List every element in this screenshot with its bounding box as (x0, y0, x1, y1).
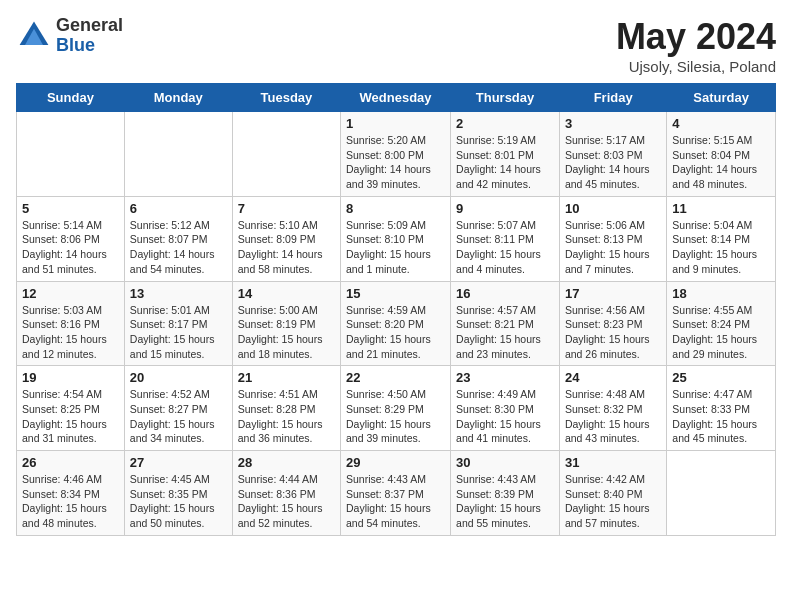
day-info: Sunrise: 4:54 AM Sunset: 8:25 PM Dayligh… (22, 387, 119, 446)
calendar-cell: 11Sunrise: 5:04 AM Sunset: 8:14 PM Dayli… (667, 196, 776, 281)
day-info: Sunrise: 4:59 AM Sunset: 8:20 PM Dayligh… (346, 303, 445, 362)
week-row-2: 5Sunrise: 5:14 AM Sunset: 8:06 PM Daylig… (17, 196, 776, 281)
calendar-cell: 29Sunrise: 4:43 AM Sunset: 8:37 PM Dayli… (341, 451, 451, 536)
day-number: 28 (238, 455, 335, 470)
day-info: Sunrise: 4:52 AM Sunset: 8:27 PM Dayligh… (130, 387, 227, 446)
calendar-cell: 8Sunrise: 5:09 AM Sunset: 8:10 PM Daylig… (341, 196, 451, 281)
day-number: 1 (346, 116, 445, 131)
calendar-cell: 3Sunrise: 5:17 AM Sunset: 8:03 PM Daylig… (559, 112, 666, 197)
page-header: General Blue May 2024 Ujsoly, Silesia, P… (16, 16, 776, 75)
calendar-cell: 21Sunrise: 4:51 AM Sunset: 8:28 PM Dayli… (232, 366, 340, 451)
calendar-cell: 25Sunrise: 4:47 AM Sunset: 8:33 PM Dayli… (667, 366, 776, 451)
day-info: Sunrise: 5:03 AM Sunset: 8:16 PM Dayligh… (22, 303, 119, 362)
calendar-cell: 2Sunrise: 5:19 AM Sunset: 8:01 PM Daylig… (451, 112, 560, 197)
calendar-cell: 23Sunrise: 4:49 AM Sunset: 8:30 PM Dayli… (451, 366, 560, 451)
day-number: 14 (238, 286, 335, 301)
day-number: 22 (346, 370, 445, 385)
day-info: Sunrise: 4:45 AM Sunset: 8:35 PM Dayligh… (130, 472, 227, 531)
calendar-cell: 22Sunrise: 4:50 AM Sunset: 8:29 PM Dayli… (341, 366, 451, 451)
day-header-thursday: Thursday (451, 84, 560, 112)
day-info: Sunrise: 5:20 AM Sunset: 8:00 PM Dayligh… (346, 133, 445, 192)
day-info: Sunrise: 5:09 AM Sunset: 8:10 PM Dayligh… (346, 218, 445, 277)
calendar-cell: 15Sunrise: 4:59 AM Sunset: 8:20 PM Dayli… (341, 281, 451, 366)
day-header-friday: Friday (559, 84, 666, 112)
calendar-cell: 1Sunrise: 5:20 AM Sunset: 8:00 PM Daylig… (341, 112, 451, 197)
days-header-row: SundayMondayTuesdayWednesdayThursdayFrid… (17, 84, 776, 112)
calendar-title: May 2024 (616, 16, 776, 58)
day-number: 18 (672, 286, 770, 301)
logo-icon (16, 18, 52, 54)
calendar-cell: 9Sunrise: 5:07 AM Sunset: 8:11 PM Daylig… (451, 196, 560, 281)
day-info: Sunrise: 5:12 AM Sunset: 8:07 PM Dayligh… (130, 218, 227, 277)
day-info: Sunrise: 5:17 AM Sunset: 8:03 PM Dayligh… (565, 133, 661, 192)
day-number: 10 (565, 201, 661, 216)
day-info: Sunrise: 4:50 AM Sunset: 8:29 PM Dayligh… (346, 387, 445, 446)
day-info: Sunrise: 4:56 AM Sunset: 8:23 PM Dayligh… (565, 303, 661, 362)
calendar-cell: 30Sunrise: 4:43 AM Sunset: 8:39 PM Dayli… (451, 451, 560, 536)
day-number: 23 (456, 370, 554, 385)
calendar-table: SundayMondayTuesdayWednesdayThursdayFrid… (16, 83, 776, 536)
day-info: Sunrise: 5:04 AM Sunset: 8:14 PM Dayligh… (672, 218, 770, 277)
day-info: Sunrise: 4:43 AM Sunset: 8:37 PM Dayligh… (346, 472, 445, 531)
day-header-sunday: Sunday (17, 84, 125, 112)
week-row-3: 12Sunrise: 5:03 AM Sunset: 8:16 PM Dayli… (17, 281, 776, 366)
day-number: 16 (456, 286, 554, 301)
logo-general-text: General (56, 16, 123, 36)
day-info: Sunrise: 4:49 AM Sunset: 8:30 PM Dayligh… (456, 387, 554, 446)
day-number: 9 (456, 201, 554, 216)
calendar-cell: 19Sunrise: 4:54 AM Sunset: 8:25 PM Dayli… (17, 366, 125, 451)
day-info: Sunrise: 4:47 AM Sunset: 8:33 PM Dayligh… (672, 387, 770, 446)
day-header-wednesday: Wednesday (341, 84, 451, 112)
day-header-saturday: Saturday (667, 84, 776, 112)
day-info: Sunrise: 4:42 AM Sunset: 8:40 PM Dayligh… (565, 472, 661, 531)
day-info: Sunrise: 5:14 AM Sunset: 8:06 PM Dayligh… (22, 218, 119, 277)
calendar-cell (17, 112, 125, 197)
day-info: Sunrise: 5:06 AM Sunset: 8:13 PM Dayligh… (565, 218, 661, 277)
calendar-subtitle: Ujsoly, Silesia, Poland (616, 58, 776, 75)
day-number: 4 (672, 116, 770, 131)
day-number: 31 (565, 455, 661, 470)
day-number: 3 (565, 116, 661, 131)
day-number: 21 (238, 370, 335, 385)
day-number: 27 (130, 455, 227, 470)
day-number: 15 (346, 286, 445, 301)
day-number: 29 (346, 455, 445, 470)
day-header-monday: Monday (124, 84, 232, 112)
day-info: Sunrise: 5:10 AM Sunset: 8:09 PM Dayligh… (238, 218, 335, 277)
calendar-cell: 5Sunrise: 5:14 AM Sunset: 8:06 PM Daylig… (17, 196, 125, 281)
day-info: Sunrise: 5:07 AM Sunset: 8:11 PM Dayligh… (456, 218, 554, 277)
day-number: 20 (130, 370, 227, 385)
calendar-cell: 18Sunrise: 4:55 AM Sunset: 8:24 PM Dayli… (667, 281, 776, 366)
calendar-cell (232, 112, 340, 197)
calendar-cell: 26Sunrise: 4:46 AM Sunset: 8:34 PM Dayli… (17, 451, 125, 536)
day-number: 26 (22, 455, 119, 470)
day-number: 12 (22, 286, 119, 301)
calendar-cell: 28Sunrise: 4:44 AM Sunset: 8:36 PM Dayli… (232, 451, 340, 536)
day-number: 19 (22, 370, 119, 385)
day-number: 8 (346, 201, 445, 216)
calendar-cell: 7Sunrise: 5:10 AM Sunset: 8:09 PM Daylig… (232, 196, 340, 281)
day-number: 25 (672, 370, 770, 385)
calendar-cell: 20Sunrise: 4:52 AM Sunset: 8:27 PM Dayli… (124, 366, 232, 451)
calendar-cell: 4Sunrise: 5:15 AM Sunset: 8:04 PM Daylig… (667, 112, 776, 197)
week-row-1: 1Sunrise: 5:20 AM Sunset: 8:00 PM Daylig… (17, 112, 776, 197)
day-header-tuesday: Tuesday (232, 84, 340, 112)
calendar-cell: 6Sunrise: 5:12 AM Sunset: 8:07 PM Daylig… (124, 196, 232, 281)
day-number: 17 (565, 286, 661, 301)
day-info: Sunrise: 4:48 AM Sunset: 8:32 PM Dayligh… (565, 387, 661, 446)
day-number: 13 (130, 286, 227, 301)
day-number: 30 (456, 455, 554, 470)
day-number: 7 (238, 201, 335, 216)
day-number: 2 (456, 116, 554, 131)
day-number: 5 (22, 201, 119, 216)
day-number: 24 (565, 370, 661, 385)
calendar-cell (667, 451, 776, 536)
week-row-4: 19Sunrise: 4:54 AM Sunset: 8:25 PM Dayli… (17, 366, 776, 451)
day-info: Sunrise: 4:43 AM Sunset: 8:39 PM Dayligh… (456, 472, 554, 531)
day-info: Sunrise: 4:51 AM Sunset: 8:28 PM Dayligh… (238, 387, 335, 446)
day-info: Sunrise: 5:00 AM Sunset: 8:19 PM Dayligh… (238, 303, 335, 362)
day-info: Sunrise: 5:01 AM Sunset: 8:17 PM Dayligh… (130, 303, 227, 362)
calendar-cell: 24Sunrise: 4:48 AM Sunset: 8:32 PM Dayli… (559, 366, 666, 451)
calendar-cell: 14Sunrise: 5:00 AM Sunset: 8:19 PM Dayli… (232, 281, 340, 366)
day-info: Sunrise: 5:19 AM Sunset: 8:01 PM Dayligh… (456, 133, 554, 192)
